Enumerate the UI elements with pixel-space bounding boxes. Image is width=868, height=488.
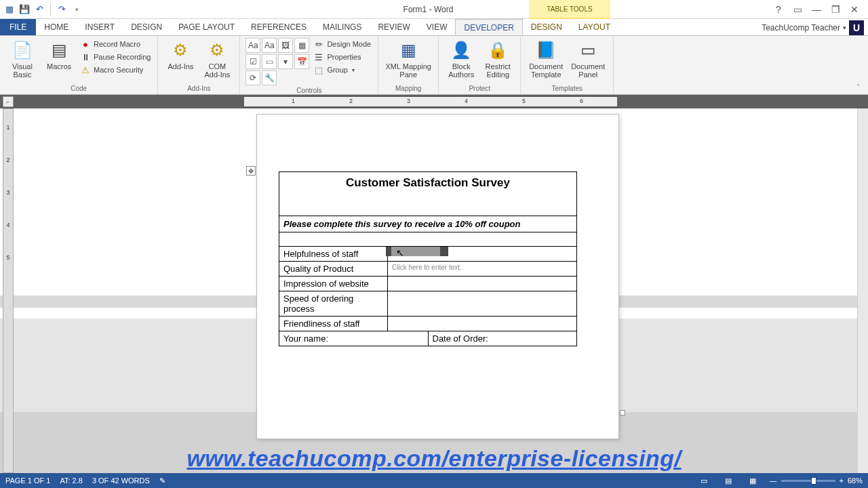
mailings-tab[interactable]: MAILINGS bbox=[315, 19, 370, 35]
save-icon[interactable]: 💾 bbox=[19, 4, 30, 15]
picture-control-icon[interactable]: 🖼 bbox=[278, 38, 293, 53]
table-design-tab[interactable]: DESIGN bbox=[523, 19, 570, 35]
status-at[interactable]: AT: 2.8 bbox=[60, 476, 82, 485]
ribbon-display-options[interactable]: ▭ bbox=[789, 3, 806, 16]
qat-separator bbox=[50, 3, 51, 16]
label-quality: Quality of Product bbox=[279, 262, 388, 276]
group-button[interactable]: ⬚Group▾ bbox=[312, 64, 372, 76]
table-layout-tab[interactable]: LAYOUT bbox=[570, 19, 618, 35]
web-layout-icon[interactable]: ▦ bbox=[745, 475, 760, 486]
templates-group: 📘Document Template ▭Document Panel Templ… bbox=[521, 36, 614, 94]
table-move-handle[interactable]: ✥ bbox=[246, 166, 256, 176]
references-tab[interactable]: REFERENCES bbox=[243, 19, 315, 35]
account-name[interactable]: TeachUcomp Teacher bbox=[762, 23, 840, 33]
block-authors-icon: 👤 bbox=[450, 39, 472, 61]
status-words[interactable]: 3 OF 42 WORDS bbox=[92, 476, 150, 485]
field-friendliness[interactable] bbox=[388, 317, 576, 331]
zoom-out-button[interactable]: — bbox=[770, 476, 777, 485]
collapse-ribbon-icon[interactable]: ˆ bbox=[857, 84, 868, 94]
ruler-mark: 4 bbox=[465, 98, 468, 104]
macros-button[interactable]: ▤ Macros bbox=[42, 38, 76, 83]
insert-tab[interactable]: INSERT bbox=[77, 19, 123, 35]
vertical-scrollbar[interactable] bbox=[857, 108, 868, 473]
qat-customize-icon[interactable]: ▾ bbox=[71, 4, 82, 15]
developer-tab[interactable]: DEVELOPER bbox=[455, 19, 522, 35]
undo-icon[interactable]: ↶ bbox=[34, 4, 45, 15]
document-panel-button[interactable]: ▭Document Panel bbox=[568, 38, 608, 83]
block-authors-button[interactable]: 👤Block Authors bbox=[444, 38, 478, 83]
building-block-control-icon[interactable]: ▦ bbox=[294, 38, 309, 53]
label-your-name[interactable]: Your name: bbox=[279, 331, 429, 346]
zoom-slider[interactable] bbox=[781, 480, 835, 482]
view-tab[interactable]: VIEW bbox=[418, 19, 456, 35]
vruler-mark: 5 bbox=[6, 254, 9, 261]
document-panel-icon: ▭ bbox=[577, 39, 599, 61]
protect-group: 👤Block Authors 🔒Restrict Editing Protect bbox=[439, 36, 521, 94]
combobox-control-icon[interactable]: ▭ bbox=[262, 54, 277, 69]
properties-button[interactable]: ☰Properties bbox=[312, 51, 372, 63]
tab-selector[interactable]: ⌐ bbox=[3, 96, 14, 107]
field-speed[interactable] bbox=[388, 291, 576, 316]
templates-group-label: Templates bbox=[526, 83, 608, 94]
redo-icon[interactable]: ↷ bbox=[56, 4, 67, 15]
table-resize-handle[interactable] bbox=[620, 410, 625, 415]
minimize-button[interactable]: — bbox=[808, 3, 825, 16]
date-picker-control-icon[interactable]: 📅 bbox=[294, 54, 309, 69]
review-tab[interactable]: REVIEW bbox=[370, 19, 418, 35]
read-mode-icon[interactable]: ▭ bbox=[696, 475, 711, 486]
visual-basic-button[interactable]: 📄 Visual Basic bbox=[5, 38, 39, 83]
rich-text-control-icon[interactable]: Aa bbox=[245, 38, 260, 53]
restore-button[interactable]: ❐ bbox=[827, 3, 844, 16]
addins-button[interactable]: ⚙Add-Ins bbox=[163, 38, 197, 83]
pause-recording-button[interactable]: ⏸Pause Recording bbox=[79, 51, 152, 63]
survey-table[interactable]: Customer Satisfaction Survey Please comp… bbox=[279, 171, 577, 346]
xml-mapping-pane-button[interactable]: ▦XML Mapping Pane bbox=[384, 38, 433, 83]
file-tab[interactable]: FILE bbox=[0, 19, 36, 35]
horizontal-ruler[interactable]: 1 2 3 4 5 6 bbox=[244, 97, 617, 106]
teachucomp-badge: U bbox=[849, 20, 864, 35]
field-helpfulness[interactable]: ↖ bbox=[388, 247, 576, 261]
close-button[interactable]: ✕ bbox=[846, 3, 863, 16]
document-template-icon: 📘 bbox=[535, 39, 557, 61]
field-quality[interactable]: Click here to enter text. bbox=[388, 262, 576, 276]
design-mode-button[interactable]: ✏Design Mode bbox=[312, 38, 372, 50]
legacy-tools-icon[interactable]: 🔧 bbox=[262, 70, 277, 85]
label-impression: Impression of website bbox=[279, 277, 388, 291]
vruler-mark: 4 bbox=[6, 222, 9, 228]
mapping-group: ▦XML Mapping Pane Mapping bbox=[378, 36, 439, 94]
zoom-in-button[interactable]: + bbox=[840, 476, 844, 485]
ruler-mark: 3 bbox=[407, 98, 410, 104]
plain-text-control-icon[interactable]: Aa bbox=[262, 38, 277, 53]
code-group-label: Code bbox=[5, 83, 152, 94]
label-date-order[interactable]: Date of Order: bbox=[429, 331, 577, 346]
document-template-button[interactable]: 📘Document Template bbox=[526, 38, 566, 83]
com-addins-button[interactable]: ⚙COM Add-Ins bbox=[200, 38, 234, 83]
protect-group-label: Protect bbox=[444, 83, 515, 94]
macro-security-button[interactable]: ⚠Macro Security bbox=[79, 64, 152, 76]
account-dropdown-icon[interactable]: ▾ bbox=[843, 24, 846, 31]
home-tab[interactable]: HOME bbox=[36, 19, 77, 35]
vertical-ruler[interactable]: 1 2 3 4 5 bbox=[3, 108, 14, 473]
page-layout-tab[interactable]: PAGE LAYOUT bbox=[170, 19, 243, 35]
status-page[interactable]: PAGE 1 OF 1 bbox=[5, 476, 50, 485]
checkbox-control-icon[interactable]: ☑ bbox=[245, 54, 260, 69]
dropdown-control-icon[interactable]: ▾ bbox=[278, 54, 293, 69]
document-page[interactable]: ✥ Customer Satisfaction Survey Please co… bbox=[256, 114, 619, 439]
design-mode-icon: ✏ bbox=[313, 39, 324, 49]
zoom-level[interactable]: 68% bbox=[848, 476, 863, 485]
field-impression[interactable] bbox=[388, 277, 576, 291]
survey-title: Customer Satisfaction Survey bbox=[279, 172, 576, 216]
restrict-editing-button[interactable]: 🔒Restrict Editing bbox=[481, 38, 515, 83]
ruler-mark: 6 bbox=[580, 98, 583, 104]
print-layout-icon[interactable]: ▤ bbox=[721, 475, 736, 486]
help-button[interactable]: ? bbox=[770, 3, 787, 16]
scrollbar-top[interactable] bbox=[857, 95, 868, 108]
design-tab[interactable]: DESIGN bbox=[123, 19, 170, 35]
status-proofing-icon[interactable]: ✎ bbox=[159, 476, 165, 485]
vruler-mark: 2 bbox=[6, 157, 9, 163]
content-control-selected[interactable] bbox=[386, 247, 448, 256]
repeating-control-icon[interactable]: ⟳ bbox=[245, 70, 260, 85]
record-macro-button[interactable]: ●Record Macro bbox=[79, 38, 152, 50]
macros-icon: ▤ bbox=[48, 39, 70, 61]
controls-gallery[interactable]: Aa Aa 🖼 ▦ ☑ ▭ ▾ 📅 ⟳ 🔧 bbox=[245, 38, 309, 85]
